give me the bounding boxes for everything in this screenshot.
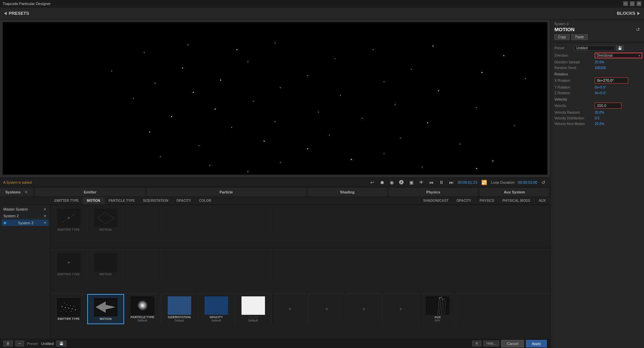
topbar: PRESETS BLOCKS — [0, 7, 644, 19]
radio-button[interactable]: ◉ — [388, 179, 395, 186]
direction-spread-value: 20.0% — [595, 60, 604, 64]
thumb-sys3-add4[interactable]: + — [382, 294, 419, 324]
add-block-4-icon[interactable]: + — [399, 305, 403, 313]
tab-particle-type[interactable]: PARTICLE TYPE — [105, 197, 139, 205]
loop-button[interactable]: 🔁 — [480, 179, 488, 186]
thumb-master-add1[interactable] — [124, 205, 161, 235]
thumb-sys3-motion[interactable]: MOTION — [87, 294, 124, 324]
settings-button[interactable]: ⚙ — [472, 341, 481, 346]
magnet-button[interactable]: 🅐 — [398, 179, 405, 186]
rp-refresh-button[interactable]: ↺ — [636, 27, 640, 32]
svg-point-44 — [280, 162, 281, 163]
x-rotation-input[interactable] — [595, 77, 628, 83]
undo-status-button[interactable]: ↩ — [15, 341, 24, 346]
eye-button[interactable]: 👁 — [418, 179, 425, 186]
svg-point-37 — [264, 140, 265, 141]
close-button[interactable]: ✕ — [637, 1, 641, 6]
tab-size-rotation[interactable]: SIZE/ROTATION — [139, 197, 172, 205]
presets-button[interactable]: PRESETS — [4, 11, 29, 16]
maximize-button[interactable]: □ — [630, 1, 635, 6]
skip-back-button[interactable]: ⏮ — [428, 179, 435, 186]
thumb-sys2-add2[interactable] — [161, 249, 198, 280]
thumb-sys3-particle[interactable]: PARTICLE TYPE Default — [124, 294, 161, 324]
minimize-button[interactable]: — — [623, 1, 628, 6]
preset-input[interactable] — [575, 46, 615, 51]
thumb-sys2-motion[interactable]: MOTION — [87, 249, 124, 280]
add-block-2-icon[interactable]: + — [325, 305, 329, 313]
thumb-sys3-emitter[interactable]: EMITTER TYPE — [50, 294, 87, 324]
svg-point-10 — [111, 71, 112, 71]
save-preset-button[interactable]: 💾 — [56, 341, 66, 346]
trash-button[interactable]: 🗑 — [3, 341, 13, 346]
direction-spread-label: Direction Spread: — [554, 60, 595, 64]
thumb-sys3-add1[interactable]: + — [272, 294, 309, 324]
thumb-sys2-add1[interactable] — [124, 249, 161, 280]
thumb-sys3-size[interactable]: SIZE/ROTATION Default — [161, 294, 198, 324]
add-block-1-icon[interactable]: + — [288, 305, 292, 313]
thumb-sys3-aux[interactable]: AUX OFF — [419, 294, 456, 324]
thumb-row-system3: EMITTER TYPE — [50, 294, 550, 339]
svg-point-7 — [335, 58, 335, 59]
loop-time: 00:00:03:00 — [518, 180, 537, 184]
window-controls: — □ ✕ — [623, 1, 641, 6]
system-item-2[interactable]: System 2 ▼ — [1, 213, 49, 219]
motion-thumb-img — [94, 209, 117, 227]
thumb-sys2-add3[interactable] — [198, 249, 235, 280]
tab-physical-mods[interactable]: PHYSICAL MODS — [498, 197, 534, 205]
thumb-master-emitter[interactable]: EMITTER TYPE — [50, 205, 87, 235]
undo-button[interactable]: ↩ — [369, 179, 376, 186]
thumb-master-add4[interactable] — [235, 205, 272, 235]
add-system-button[interactable]: + — [23, 189, 29, 195]
system-name-3: System 3 — [18, 221, 34, 225]
copy-button[interactable]: Copy — [554, 34, 570, 40]
tab-emitter-type[interactable]: EMITTER TYPE — [50, 197, 83, 205]
rp-actions: Copy Paste — [554, 34, 640, 40]
svg-point-14 — [220, 79, 221, 80]
rp-body: Preset: 💾 Direction: Directional Bi-Dire… — [550, 43, 644, 348]
thumb-sys2-add2-img — [168, 255, 191, 274]
thumb-master-add3[interactable] — [198, 205, 235, 235]
reset-button[interactable]: ↺ — [540, 179, 547, 186]
tab-aux[interactable]: AUX — [535, 197, 550, 205]
blocks-button[interactable]: BLOCKS — [617, 11, 640, 16]
crop-button[interactable]: ▣ — [408, 179, 415, 186]
direction-select[interactable]: Directional Bi-Directional Disc Sphere — [595, 53, 642, 58]
apply-button[interactable]: Apply — [526, 340, 547, 347]
tab-shadow[interactable]: SHADOW/CAST — [419, 197, 453, 205]
thumbnails-area: EMITTER TYPE MOTION — [50, 205, 550, 339]
add-block-3-icon[interactable]: + — [362, 305, 366, 313]
help-button[interactable]: Help... — [483, 341, 499, 346]
thumb-sys3-color-sublabel: Default — [248, 319, 258, 322]
thumb-sys3-particle-sublabel: Default — [138, 319, 147, 322]
tab-opacity[interactable]: OPACITY — [172, 197, 195, 205]
thumb-row-master: EMITTER TYPE MOTION — [50, 205, 550, 249]
thumb-sys3-add3[interactable]: + — [345, 294, 382, 324]
random-seed-label: Random Seed: — [554, 66, 595, 70]
tab-physics[interactable]: PHYSICS — [476, 197, 498, 205]
record-button[interactable]: ⏺ — [378, 179, 386, 186]
thumb-sys2-add4[interactable] — [235, 249, 272, 280]
cancel-button[interactable]: Cancel — [501, 340, 524, 347]
thumb-master-add2[interactable] — [161, 205, 198, 235]
velocity-input[interactable] — [595, 103, 622, 109]
thumb-sys3-color[interactable]: COLOR Default — [235, 294, 272, 324]
tab-shading-opacity[interactable]: OPACITY — [452, 197, 475, 205]
system-item-3[interactable]: ◉ System 3 ▼ — [1, 220, 49, 226]
systems-panel: Master System ▼ System 2 ▼ ◉ System 3 ▼ — [0, 205, 50, 339]
skip-forward-button[interactable]: ⏭ — [448, 179, 455, 186]
tab-color[interactable]: COLOR — [195, 197, 215, 205]
thumb-sys3-add2[interactable]: + — [309, 294, 345, 324]
preset-save-button[interactable]: 💾 — [616, 46, 624, 51]
velocity-distribution-label: Velocity Distribution: — [554, 116, 595, 120]
thumb-sys3-opacity[interactable]: OPACITY Default — [198, 294, 235, 324]
tab-motion[interactable]: MOTION — [83, 197, 104, 205]
system-item-master[interactable]: Master System ▼ — [1, 206, 49, 212]
pause-button[interactable]: ⏸ — [438, 179, 445, 186]
svg-point-66 — [73, 306, 74, 307]
paste-button[interactable]: Paste — [572, 34, 588, 40]
svg-point-25 — [215, 109, 216, 110]
thumb-sys2-emitter[interactable]: EMITTER TYPE — [50, 249, 87, 280]
emitter-header: Emitter — [35, 187, 146, 196]
thumb-master-motion[interactable]: MOTION — [87, 205, 124, 235]
aux-tabs: AUX — [535, 197, 550, 205]
